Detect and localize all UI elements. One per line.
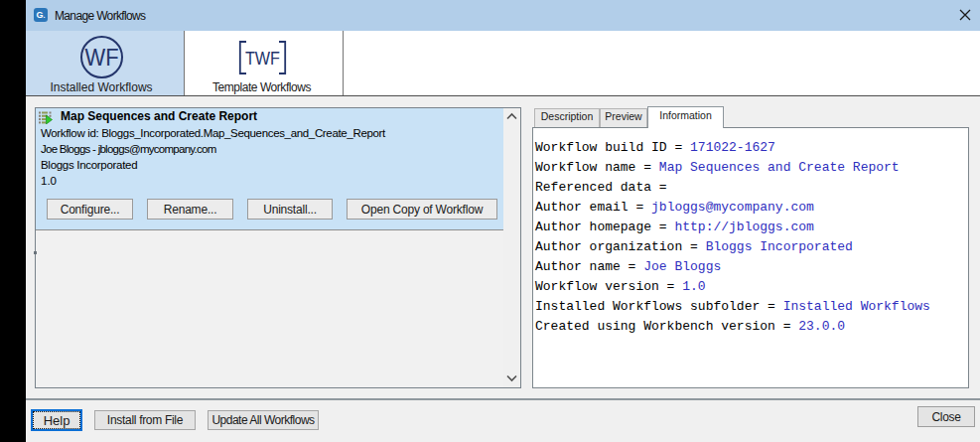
svg-text:TWF: TWF <box>245 48 280 69</box>
svg-text:WF: WF <box>85 44 119 71</box>
